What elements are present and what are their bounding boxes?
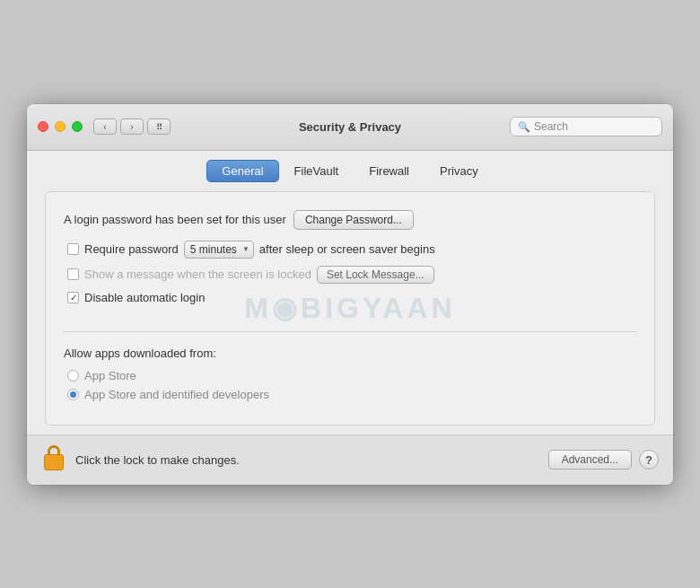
traffic-lights: [38, 121, 83, 132]
window-title: Security & Privacy: [299, 120, 401, 134]
search-icon: 🔍: [518, 121, 530, 133]
show-message-checkbox[interactable]: [67, 268, 79, 280]
bottom-bar: Click the lock to make changes. Advanced…: [27, 434, 673, 485]
password-row: A login password has been set for this u…: [64, 210, 636, 230]
click-lock-text: Click the lock to make changes.: [75, 453, 240, 467]
lock-icon[interactable]: [41, 445, 66, 474]
require-password-suffix: after sleep or screen saver begins: [259, 242, 435, 256]
content-area: M◉BIGYAAN A login password has been set …: [45, 191, 655, 426]
radio-app-store-row: App Store: [64, 369, 636, 382]
dropdown-arrow-icon: ▼: [242, 245, 249, 253]
require-password-label: Require password: [84, 242, 179, 256]
search-bar[interactable]: 🔍 Search: [510, 117, 662, 136]
tab-privacy[interactable]: Privacy: [424, 160, 494, 182]
set-lock-message-button[interactable]: Set Lock Message...: [317, 266, 434, 284]
forward-button[interactable]: ›: [120, 118, 144, 135]
require-password-row: Require password 5 minutes ▼ after sleep…: [64, 241, 636, 259]
allow-apps-label: Allow apps downloaded from:: [64, 347, 636, 360]
nav-buttons: ‹ ›: [93, 118, 144, 135]
radio-app-store-identified[interactable]: [67, 389, 79, 400]
disable-autologin-row: Disable automatic login: [64, 291, 636, 304]
radio-identified-row: App Store and identified developers: [64, 388, 636, 401]
disable-autologin-label: Disable automatic login: [84, 291, 205, 304]
divider: [64, 331, 636, 332]
titlebar: ‹ › ⠿ Security & Privacy 🔍 Search: [27, 104, 673, 151]
show-message-label: Show a message when the screen is locked: [84, 268, 311, 281]
minimize-button[interactable]: [55, 121, 66, 132]
lock-body: [44, 454, 64, 470]
tab-firewall[interactable]: Firewall: [354, 160, 424, 182]
help-button[interactable]: ?: [639, 450, 659, 470]
radio-app-store[interactable]: [67, 370, 79, 382]
radio-app-store-label: App Store: [84, 369, 136, 382]
close-button[interactable]: [38, 121, 48, 132]
tab-filevault[interactable]: FileVault: [279, 160, 354, 182]
password-label: A login password has been set for this u…: [64, 213, 286, 226]
search-placeholder: Search: [534, 120, 568, 133]
bottom-right-buttons: Advanced... ?: [548, 450, 659, 470]
back-button[interactable]: ‹: [93, 118, 117, 135]
change-password-button[interactable]: Change Password...: [293, 210, 414, 230]
grid-button[interactable]: ⠿: [147, 118, 171, 135]
radio-identified-label: App Store and identified developers: [84, 388, 269, 401]
disable-autologin-checkbox[interactable]: [67, 292, 79, 303]
maximize-button[interactable]: [72, 121, 83, 132]
show-message-row: Show a message when the screen is locked…: [64, 266, 636, 284]
tab-general[interactable]: General: [206, 160, 278, 182]
require-password-checkbox[interactable]: [67, 243, 79, 255]
lock-shackle: [48, 445, 60, 454]
tab-bar: General FileVault Firewall Privacy: [27, 151, 673, 182]
password-delay-dropdown[interactable]: 5 minutes ▼: [184, 241, 254, 259]
advanced-button[interactable]: Advanced...: [548, 450, 632, 470]
main-window: ‹ › ⠿ Security & Privacy 🔍 Search Genera…: [27, 104, 673, 485]
